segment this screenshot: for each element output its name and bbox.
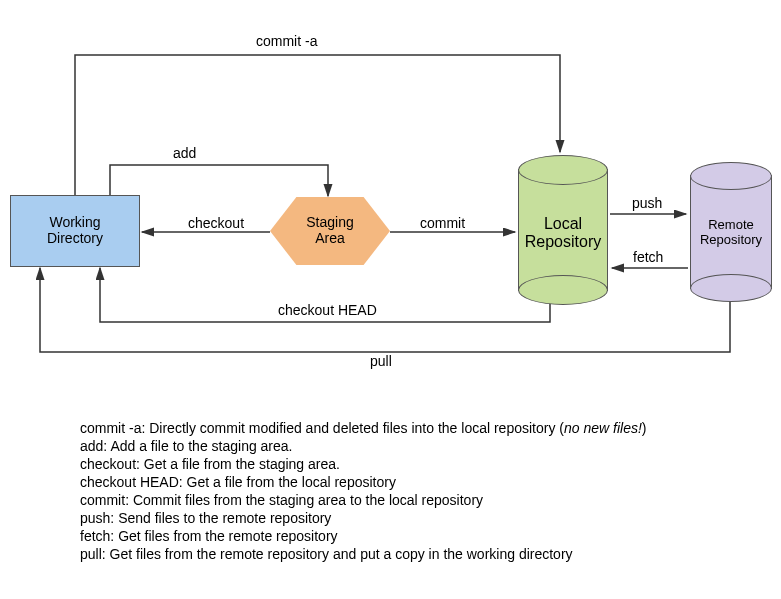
label-pull: pull	[370, 353, 392, 369]
desc-commit: commit: Commit files from the staging ar…	[80, 492, 483, 508]
edge-add	[110, 165, 328, 196]
node-staging-area-label: StagingArea	[270, 214, 390, 246]
desc-push: push: Send files to the remote repositor…	[80, 510, 331, 526]
label-fetch: fetch	[633, 249, 663, 265]
edge-pull	[40, 268, 730, 352]
desc-checkout: checkout: Get a file from the staging ar…	[80, 456, 340, 472]
label-add: add	[173, 145, 196, 161]
desc-fetch: fetch: Get files from the remote reposit…	[80, 528, 338, 544]
desc-checkout-head: checkout HEAD: Get a file from the local…	[80, 474, 396, 490]
node-remote-repository: RemoteRepository	[690, 162, 772, 302]
label-checkout-head: checkout HEAD	[278, 302, 377, 318]
desc-add: add: Add a file to the staging area.	[80, 438, 293, 454]
node-remote-repository-label: RemoteRepository	[690, 217, 772, 247]
node-working-directory-label: WorkingDirectory	[11, 214, 139, 246]
node-working-directory: WorkingDirectory	[10, 195, 140, 267]
edge-commit-a	[75, 55, 560, 195]
node-local-repository: LocalRepository	[518, 155, 608, 305]
node-staging-area: StagingArea	[270, 197, 390, 265]
git-workflow-diagram: WorkingDirectory StagingArea LocalReposi…	[0, 0, 781, 599]
node-local-repository-label: LocalRepository	[518, 215, 608, 251]
desc-commit-a: commit -a: Directly commit modified and …	[80, 420, 646, 436]
label-commit: commit	[420, 215, 465, 231]
label-push: push	[632, 195, 662, 211]
label-commit-a: commit -a	[256, 33, 317, 49]
desc-pull: pull: Get files from the remote reposito…	[80, 546, 573, 562]
label-checkout: checkout	[188, 215, 244, 231]
